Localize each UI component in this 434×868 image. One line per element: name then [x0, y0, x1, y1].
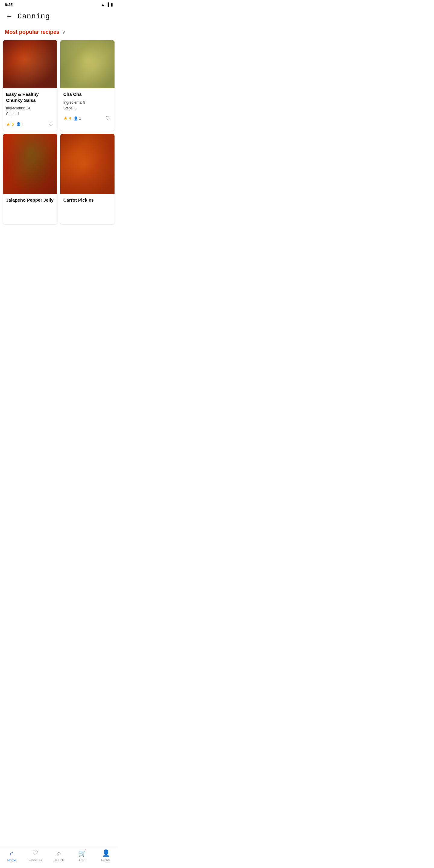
recipe-title-chacha: Cha Cha: [63, 91, 112, 97]
rating-row-salsa: ★ 5 👤 1: [6, 121, 24, 127]
star-icon-salsa: ★: [6, 121, 10, 127]
recipe-info-jalapeno: Jalapeno Pepper Jelly: [3, 194, 57, 208]
ingredients-chacha: Ingredients: 8: [63, 100, 85, 104]
back-icon: ←: [6, 12, 13, 20]
recipe-title-jalapeno: Jalapeno Pepper Jelly: [6, 197, 54, 203]
rating-num-chacha: 4: [69, 116, 71, 121]
recipe-info-carrot: Carrot Pickles: [60, 194, 115, 208]
back-button[interactable]: ←: [5, 11, 14, 22]
recipe-card-jalapeno[interactable]: Jalapeno Pepper Jelly: [3, 134, 57, 224]
filter-label: Most popular recipes: [5, 29, 59, 35]
status-bar: 8:25 ▲ ▐ ▮: [0, 0, 118, 8]
steps-chacha: Steps: 3: [63, 106, 76, 110]
recipe-image-carrot: [60, 134, 115, 194]
recipe-title-salsa: Easy & Healthy Chunky Salsa: [6, 91, 54, 103]
signal-icon: ▐: [106, 2, 109, 7]
recipe-info-salsa: Easy & Healthy Chunky Salsa Ingredients:…: [3, 88, 57, 131]
recipe-meta-chacha: Ingredients: 8 Steps: 3: [63, 100, 112, 111]
user-count-salsa: 👤 1: [16, 122, 24, 126]
chevron-down-icon: ∨: [62, 29, 66, 35]
recipe-footer-salsa: ★ 5 👤 1 ♡: [6, 120, 54, 128]
status-icons: ▲ ▐ ▮: [101, 2, 113, 7]
time: 8:25: [5, 2, 13, 7]
recipe-footer-chacha: ★ 4 👤 1 ♡: [63, 114, 112, 123]
user-count-chacha: 👤 1: [73, 116, 81, 121]
recipe-title-carrot: Carrot Pickles: [63, 197, 112, 203]
recipe-image-chacha: [60, 40, 115, 88]
recipe-image-jalapeno: [3, 134, 57, 194]
recipe-meta-salsa: Ingredients: 14 Steps: 1: [6, 105, 54, 117]
rating-row-chacha: ★ 4 👤 1: [63, 116, 81, 121]
recipe-card-carrot[interactable]: Carrot Pickles: [60, 134, 115, 224]
recipe-card-salsa[interactable]: Easy & Healthy Chunky Salsa Ingredients:…: [3, 40, 57, 131]
ingredients-salsa: Ingredients: 14: [6, 106, 30, 110]
wifi-icon: ▲: [101, 2, 105, 7]
battery-icon: ▮: [111, 2, 113, 7]
rating-num-salsa: 5: [11, 122, 14, 127]
favorite-button-chacha[interactable]: ♡: [105, 114, 112, 123]
star-icon-chacha: ★: [63, 116, 67, 121]
recipe-info-chacha: Cha Cha Ingredients: 8 Steps: 3 ★ 4 👤 1 …: [60, 88, 115, 125]
steps-salsa: Steps: 1: [6, 112, 19, 116]
page-title: Canning: [18, 12, 50, 21]
header: ← Canning: [0, 8, 118, 26]
recipe-grid: Easy & Healthy Chunky Salsa Ingredients:…: [0, 40, 118, 248]
recipe-card-chacha[interactable]: Cha Cha Ingredients: 8 Steps: 3 ★ 4 👤 1 …: [60, 40, 115, 131]
recipe-image-salsa: [3, 40, 57, 88]
filter-row[interactable]: Most popular recipes ∨: [0, 26, 118, 40]
favorite-button-salsa[interactable]: ♡: [48, 120, 54, 128]
